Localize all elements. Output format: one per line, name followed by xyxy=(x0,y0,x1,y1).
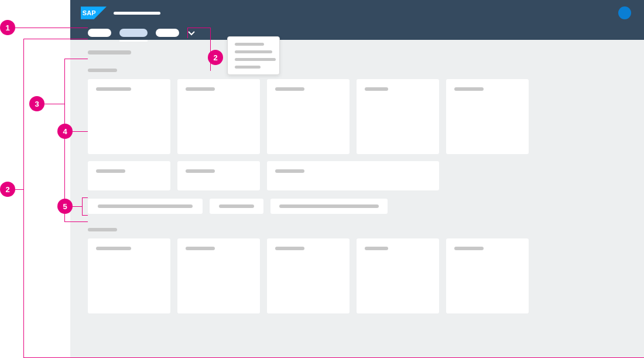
tile-wide[interactable] xyxy=(267,161,439,190)
tile[interactable] xyxy=(446,238,529,313)
tile-row xyxy=(88,161,626,190)
annotation-marker-2-left: 2 xyxy=(0,182,15,197)
tile-label xyxy=(96,247,131,250)
link-item[interactable] xyxy=(270,199,388,214)
section-2 xyxy=(88,228,626,313)
tile-label xyxy=(275,87,304,91)
sap-logo[interactable]: SAP xyxy=(81,6,107,19)
dropdown-item[interactable] xyxy=(235,66,261,69)
page-title xyxy=(88,50,131,54)
page-content xyxy=(70,40,644,331)
annotation-line xyxy=(44,104,64,104)
section-title xyxy=(88,69,117,72)
svg-text:SAP: SAP xyxy=(83,9,96,16)
link-label xyxy=(279,204,379,208)
tile[interactable] xyxy=(357,79,439,154)
tile-label xyxy=(186,247,215,250)
link-label xyxy=(219,204,254,208)
tile-label xyxy=(454,247,484,250)
nav-bar xyxy=(70,26,644,40)
tile[interactable] xyxy=(88,161,170,190)
tile[interactable] xyxy=(357,238,439,313)
link-item[interactable] xyxy=(210,199,263,214)
tile[interactable] xyxy=(177,161,260,190)
shell-header: SAP xyxy=(70,0,644,26)
tile[interactable] xyxy=(267,79,350,154)
tile-label xyxy=(96,87,131,91)
annotation-line xyxy=(15,189,23,190)
tile-row xyxy=(88,79,626,154)
dropdown-item[interactable] xyxy=(235,58,276,61)
tile[interactable] xyxy=(267,238,350,313)
tile-label xyxy=(275,169,304,173)
user-avatar[interactable] xyxy=(618,6,631,19)
tile-row xyxy=(88,238,626,313)
link-item[interactable] xyxy=(88,199,203,214)
nav-tab-1[interactable] xyxy=(88,29,111,37)
annotation-marker-3: 3 xyxy=(29,96,44,111)
tile-label xyxy=(186,169,215,173)
annotation-marker-1: 1 xyxy=(0,20,15,35)
nav-tab-3[interactable] xyxy=(156,29,179,37)
section-title xyxy=(88,228,117,231)
tile-label xyxy=(186,87,215,91)
link-label xyxy=(98,204,193,208)
tile[interactable] xyxy=(177,79,260,154)
section-1 xyxy=(88,69,626,214)
tile[interactable] xyxy=(88,238,170,313)
tile-label xyxy=(365,87,388,91)
annotation-line xyxy=(64,59,65,221)
chevron-down-icon xyxy=(187,29,196,37)
tile[interactable] xyxy=(88,79,170,154)
dropdown-item[interactable] xyxy=(235,50,272,53)
tile-label xyxy=(365,247,388,250)
nav-overflow-button[interactable] xyxy=(187,29,196,37)
nav-tab-2-active[interactable] xyxy=(119,29,148,37)
tile[interactable] xyxy=(446,79,529,154)
link-row xyxy=(88,199,626,214)
tile-label xyxy=(454,87,484,91)
dropdown-item[interactable] xyxy=(235,43,264,46)
tile-label xyxy=(275,247,304,250)
app-shell: SAP xyxy=(70,0,644,358)
tile[interactable] xyxy=(177,238,260,313)
nav-overflow-dropdown xyxy=(227,36,280,75)
app-title xyxy=(114,12,160,15)
tile-label xyxy=(96,169,125,173)
annotation-line xyxy=(23,39,24,358)
